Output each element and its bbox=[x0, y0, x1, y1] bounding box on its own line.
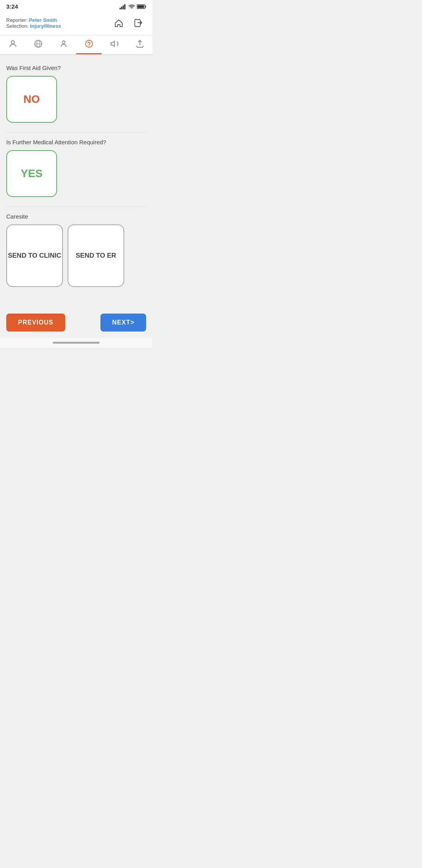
home-icon bbox=[114, 18, 123, 28]
further-medical-choices: YES bbox=[6, 150, 146, 197]
upload-icon bbox=[135, 39, 145, 48]
next-button[interactable]: NEXT> bbox=[100, 314, 146, 332]
svg-point-15 bbox=[89, 45, 89, 46]
svg-rect-3 bbox=[124, 4, 125, 9]
header-info: Reporter: Peter Smith Selection: Injury/… bbox=[6, 17, 61, 29]
divider-2 bbox=[6, 206, 146, 207]
status-time: 3:24 bbox=[6, 3, 18, 10]
caresite-question: Caresite bbox=[6, 213, 146, 220]
battery-icon bbox=[137, 4, 146, 9]
reporter-name: Peter Smith bbox=[29, 17, 57, 23]
person-icon bbox=[8, 39, 18, 48]
svg-rect-0 bbox=[120, 8, 121, 9]
nav-tabs bbox=[0, 35, 152, 55]
selection-value: Injury/Illness bbox=[30, 23, 61, 29]
svg-rect-1 bbox=[121, 7, 122, 9]
signal-icon bbox=[120, 4, 127, 9]
tab-worker[interactable] bbox=[51, 35, 76, 54]
megaphone-icon bbox=[110, 39, 119, 48]
svg-point-14 bbox=[86, 40, 93, 47]
main-content: Was First Aid Given? NO Is Further Medic… bbox=[0, 55, 152, 303]
reporter-label: Reporter: bbox=[6, 17, 27, 23]
bottom-bar bbox=[0, 338, 152, 348]
question-icon bbox=[84, 39, 94, 48]
tab-person[interactable] bbox=[0, 35, 25, 54]
header-actions bbox=[111, 15, 146, 31]
previous-button[interactable]: PREVIOUS bbox=[6, 314, 65, 332]
wifi-icon bbox=[128, 4, 135, 9]
tab-question[interactable] bbox=[76, 35, 102, 54]
tab-megaphone[interactable] bbox=[102, 35, 127, 54]
send-to-clinic-button[interactable]: SEND TO CLINIC bbox=[6, 224, 63, 287]
send-to-er-button[interactable]: SEND TO ER bbox=[68, 224, 124, 287]
svg-rect-7 bbox=[135, 20, 140, 27]
globe-icon bbox=[34, 39, 43, 48]
svg-rect-6 bbox=[138, 5, 144, 8]
selection-label: Selection: bbox=[6, 23, 29, 29]
home-button[interactable] bbox=[111, 15, 127, 31]
header: Reporter: Peter Smith Selection: Injury/… bbox=[0, 11, 152, 35]
further-medical-question: Is Further Medical Attention Required? bbox=[6, 139, 146, 145]
choice-yes[interactable]: YES bbox=[6, 150, 57, 197]
home-indicator bbox=[53, 342, 100, 344]
divider-1 bbox=[6, 132, 146, 133]
status-bar: 3:24 bbox=[0, 0, 152, 11]
first-aid-question: Was First Aid Given? bbox=[6, 65, 146, 71]
submit-button[interactable] bbox=[131, 15, 146, 31]
svg-point-9 bbox=[11, 41, 14, 44]
first-aid-choices: NO bbox=[6, 76, 146, 123]
svg-rect-5 bbox=[145, 5, 146, 7]
status-icons bbox=[120, 4, 146, 9]
caresite-choices: SEND TO CLINIC SEND TO ER bbox=[6, 224, 146, 287]
tab-upload[interactable] bbox=[127, 35, 152, 54]
worker-icon bbox=[59, 39, 68, 48]
submit-icon bbox=[134, 18, 143, 28]
svg-rect-2 bbox=[123, 5, 124, 9]
tab-globe[interactable] bbox=[25, 35, 51, 54]
bottom-nav: PREVIOUS NEXT> bbox=[0, 307, 152, 338]
choice-no[interactable]: NO bbox=[6, 76, 57, 123]
